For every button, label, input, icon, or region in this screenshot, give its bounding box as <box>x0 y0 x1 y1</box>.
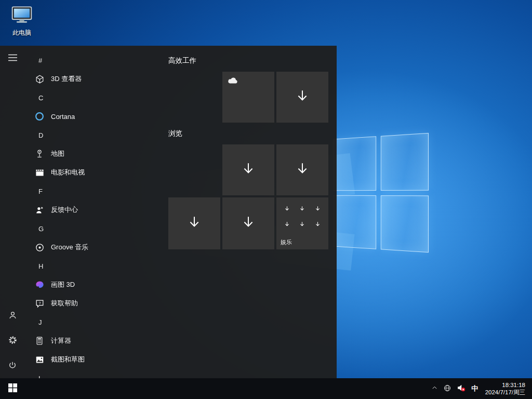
windows-logo-pane <box>380 133 429 191</box>
download-arrow-icon <box>284 220 290 230</box>
download-arrow-icon <box>299 205 305 214</box>
volume-muted-icon <box>456 383 466 394</box>
desktop-icon-this-pc[interactable]: 此电脑 <box>6 5 37 37</box>
taskbar: 中 18:31:18 2024/7/17/周三 <box>0 378 532 399</box>
windows-logo-pane <box>380 195 429 253</box>
windows-logo <box>328 136 437 258</box>
network-status-button[interactable] <box>441 378 454 399</box>
tile-folder-preview <box>276 197 328 233</box>
desktop-icon-label: 此电脑 <box>12 29 31 37</box>
tray-overflow-button[interactable] <box>429 378 441 399</box>
tiles-area: 高效工作 浏览 <box>0 46 337 378</box>
download-arrow-icon <box>284 205 290 214</box>
tile-pending-download[interactable] <box>276 144 328 195</box>
tile-onedrive[interactable] <box>222 72 274 123</box>
globe-icon <box>443 384 451 394</box>
taskbar-clock[interactable]: 18:31:18 2024/7/17/周三 <box>482 381 530 396</box>
download-arrow-icon <box>299 220 305 230</box>
download-arrow-icon <box>186 214 203 233</box>
start-menu: # 3D 查看器 C Cortana D 地图 电影和电视 <box>0 46 337 378</box>
tile-group-title-productivity[interactable]: 高效工作 <box>168 56 196 65</box>
chevron-up-icon <box>431 384 438 393</box>
download-arrow-icon <box>314 205 321 214</box>
download-arrow-icon <box>240 214 257 233</box>
tile-pending-download[interactable] <box>276 72 328 123</box>
tile-pending-download[interactable] <box>168 197 220 249</box>
tile-pending-download[interactable] <box>222 144 274 195</box>
tile-pending-download[interactable] <box>222 197 274 249</box>
cloud-icon <box>227 76 238 86</box>
tile-folder-label: 娱乐 <box>281 238 292 246</box>
start-button[interactable] <box>0 378 25 399</box>
clock-time: 18:31:18 <box>485 381 525 389</box>
download-arrow-icon <box>294 161 311 179</box>
computer-monitor-icon <box>10 5 33 27</box>
windows-logo-pane <box>333 195 376 249</box>
windows-flag-icon <box>8 383 17 394</box>
clock-date: 2024/7/17/周三 <box>485 389 525 396</box>
windows-logo-pane <box>333 136 376 190</box>
tile-folder-entertainment[interactable]: 娱乐 <box>276 197 328 249</box>
volume-button[interactable] <box>454 378 468 399</box>
download-arrow-icon <box>314 220 321 230</box>
ime-indicator[interactable]: 中 <box>468 378 482 399</box>
download-arrow-icon <box>294 88 311 107</box>
download-arrow-icon <box>240 161 257 179</box>
system-tray: 中 18:31:18 2024/7/17/周三 <box>429 378 532 399</box>
tile-group-title-explore[interactable]: 浏览 <box>168 129 182 138</box>
